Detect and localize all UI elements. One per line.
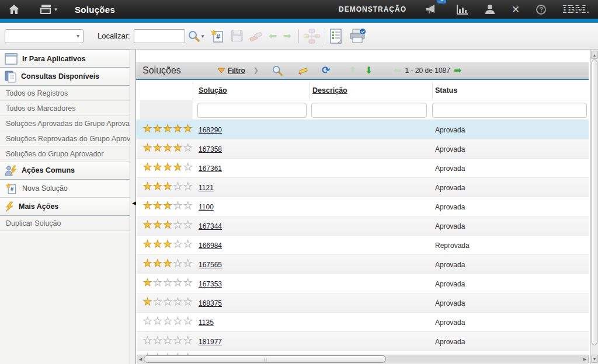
- search-button[interactable]: [187, 27, 200, 45]
- refresh-button[interactable]: ⟳: [322, 64, 330, 76]
- workflow-button: [303, 27, 321, 45]
- sidebar-item-label: Todos os Registros: [6, 89, 68, 97]
- vertical-scrollbar-thumb[interactable]: [592, 60, 597, 345]
- main-content: Soluções Filtro ❯ ⟳ ⬆ ⬇ ⬅ 1 - 20 de 1087…: [136, 50, 590, 364]
- sidebar-section-more-actions[interactable]: Mais Ações: [0, 198, 130, 216]
- table-row[interactable]: ★★★★★ 168375 Aprovada: [136, 293, 589, 313]
- filter-link[interactable]: Filtro: [228, 66, 245, 75]
- go-to-applications-button[interactable]: ▾: [35, 0, 62, 19]
- profile-button[interactable]: [485, 0, 495, 19]
- sidebar-section-go-to-applications[interactable]: Ir Para Aplicativos: [0, 50, 130, 68]
- star-empty-icon: ★: [173, 239, 183, 250]
- previous-row-arrow-icon: ⬆: [349, 65, 356, 76]
- table-row[interactable]: ★★★★★ 166984 Reprovada: [136, 236, 589, 255]
- solution-link[interactable]: 167344: [199, 222, 222, 230]
- window-icon: [5, 53, 18, 65]
- horizontal-scrollbar[interactable]: ◀ ||| ▶: [137, 355, 589, 363]
- vertical-scrollbar[interactable]: ▲ ▼: [590, 50, 598, 364]
- ibm-logo-stripes: [562, 5, 590, 15]
- search-options-caret-icon[interactable]: ▾: [201, 33, 204, 39]
- find-input[interactable]: [134, 29, 185, 43]
- save-button: [231, 27, 243, 45]
- sidebar-section-available-queries[interactable]: Consultas Disponíveis: [0, 68, 130, 86]
- search-rows-button[interactable]: [272, 65, 283, 76]
- rating-filter-cell: [140, 100, 193, 120]
- home-button[interactable]: [2, 0, 26, 19]
- environment-label: DEMONSTRAÇÃO: [339, 5, 406, 13]
- table-row[interactable]: ★★★★★ 167344 Aprovada: [136, 216, 589, 236]
- sidebar-query-group-solutions[interactable]: Soluções do Grupo Aprovador: [0, 146, 130, 162]
- solution-link[interactable]: 168375: [199, 299, 222, 307]
- sidebar-splitter[interactable]: ◀: [130, 50, 136, 364]
- filter-input-status[interactable]: [432, 103, 587, 118]
- table-row[interactable]: ★★★★★ 168290 Aprovada: [136, 120, 589, 139]
- solution-link[interactable]: 1121: [199, 184, 214, 192]
- table-row[interactable]: ★★★★★ 181977 Aprovada: [136, 332, 589, 351]
- star-filled-icon: ★: [164, 219, 173, 230]
- star-empty-icon: ★: [164, 335, 173, 346]
- table-row[interactable]: ★★★★★ 1100 Aprovada: [136, 197, 589, 216]
- sidebar-query-all-records[interactable]: Todos os Registros: [0, 86, 130, 101]
- top-bar: ▾ Soluções DEMONSTRAÇÃO 1: [0, 0, 598, 19]
- sidebar-query-all-bookmarks[interactable]: Todos os Marcadores: [0, 101, 130, 116]
- scroll-up-icon[interactable]: ▲: [591, 51, 598, 59]
- sidebar-query-approved-solutions[interactable]: Soluções Aprovadas do Grupo Aprovador: [0, 116, 130, 131]
- rating-stars: ★★★★★: [143, 297, 193, 307]
- star-filled-icon: ★: [153, 142, 163, 153]
- sidebar-action-duplicate-solution[interactable]: Duplicar Solução: [0, 216, 130, 231]
- reports-button[interactable]: [457, 0, 468, 19]
- filter-triangle-icon[interactable]: [217, 68, 225, 74]
- solution-link[interactable]: 167358: [199, 145, 222, 153]
- clear-filter-button[interactable]: [296, 65, 309, 76]
- logout-button[interactable]: ✕: [512, 0, 520, 19]
- sidebar-query-rejected-solutions[interactable]: Soluções Reprovadas do Grupo Aprova...: [0, 131, 130, 146]
- star-empty-icon: ★: [143, 316, 153, 327]
- horizontal-scrollbar-thumb[interactable]: |||: [144, 355, 386, 363]
- column-header-descricao[interactable]: Descrição: [312, 86, 347, 94]
- next-page-arrow-icon[interactable]: ➡: [454, 65, 461, 76]
- filter-input-solucao[interactable]: [197, 103, 307, 118]
- sidebar-collapse-icon[interactable]: ◀: [132, 200, 136, 206]
- sidebar-section-common-actions[interactable]: Ações Comuns: [0, 162, 130, 180]
- solution-link[interactable]: 167353: [199, 280, 222, 288]
- print-button[interactable]: [349, 27, 367, 45]
- table-row[interactable]: ★★★★★ 167358 Aprovada: [136, 139, 589, 159]
- report-icon: [329, 29, 342, 44]
- solution-link[interactable]: 1100: [199, 203, 214, 211]
- new-record-button[interactable]: #: [211, 27, 225, 45]
- table-row[interactable]: ★★★★★ 1135 Aprovada: [136, 313, 589, 332]
- solution-link[interactable]: 1135: [199, 318, 214, 327]
- sidebar-action-new-solution[interactable]: # Nova Solução: [0, 180, 130, 198]
- filter-input-descricao[interactable]: [311, 103, 427, 118]
- table-row[interactable]: ★★★★★ 167361 Aprovada: [136, 159, 589, 178]
- status-value: Aprovada: [435, 203, 465, 211]
- star-filled-icon: ★: [164, 181, 173, 192]
- sidebar-section-label: Consultas Disponíveis: [21, 72, 99, 80]
- solution-link[interactable]: 168290: [199, 126, 222, 134]
- announcements-button[interactable]: 1: [426, 0, 439, 19]
- star-empty-icon: ★: [173, 316, 183, 327]
- next-row-arrow-icon[interactable]: ⬇: [365, 65, 373, 76]
- status-value: Aprovada: [435, 222, 465, 230]
- run-reports-button[interactable]: [329, 27, 342, 45]
- table-row[interactable]: ★★★★★ 167353 Aprovada: [136, 274, 589, 293]
- scroll-left-icon[interactable]: ◀: [137, 355, 144, 363]
- help-button[interactable]: ?: [536, 0, 546, 19]
- status-value: Aprovada: [435, 184, 465, 192]
- solution-link[interactable]: 167565: [199, 261, 222, 269]
- solution-link[interactable]: 166984: [199, 242, 222, 250]
- sidebar-item-label: Nova Solução: [22, 184, 68, 192]
- solution-link[interactable]: 181977: [199, 338, 222, 346]
- column-header-solucao[interactable]: Solução: [199, 86, 227, 94]
- scroll-down-icon[interactable]: ▼: [591, 355, 598, 363]
- star-filled-icon: ★: [143, 239, 153, 250]
- solution-link[interactable]: 167361: [199, 164, 222, 173]
- star-filled-icon: ★: [164, 162, 173, 173]
- accent-strip: [0, 19, 598, 23]
- scroll-right-icon[interactable]: ▶: [582, 355, 588, 363]
- app-title: Soluções: [75, 5, 115, 15]
- star-filled-icon: ★: [173, 123, 183, 134]
- table-row[interactable]: ★★★★★ 167565 Aprovada: [136, 255, 589, 274]
- record-select-combobox[interactable]: ▾: [5, 29, 84, 43]
- table-row[interactable]: ★★★★★ 1121 Aprovada: [136, 178, 589, 197]
